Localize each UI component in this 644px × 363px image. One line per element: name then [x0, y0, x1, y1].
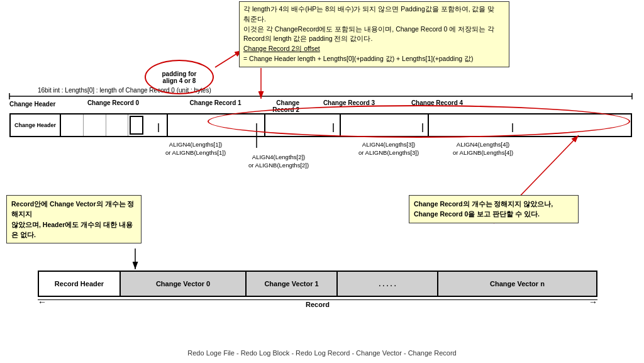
record-area: Record Header Change Vector 0 Change Vec…: [38, 271, 597, 308]
cr0-cell1: [61, 114, 84, 136]
svg-line-0: [215, 50, 242, 67]
top-note-formula: = Change Header length + Lengths[0](+pad…: [243, 55, 474, 62]
record-label: Record: [38, 301, 597, 308]
align-labels-area: ALIGN4(Lengths[1])or ALIGNB(Lengths[1]) …: [9, 137, 632, 181]
cr0-special-cell: [130, 116, 143, 135]
cv-dots-cell: . . . . .: [338, 272, 438, 296]
top-note-line2: 춰준다.: [243, 15, 266, 23]
top-annotation-box: 각 length가 4의 배수(HP는 8의 배수)가 되지 않으면 Paddi…: [239, 1, 509, 67]
padding-circle: padding foralign 4 or 8: [145, 60, 214, 94]
right-note-box: Change Record의 개수는 정해지지 않았으나,Change Reco…: [409, 195, 579, 223]
top-note-line3: 이것은 각 ChangeRecord에도 포함되는 내용이며, Change R…: [243, 25, 494, 33]
record-header-cell: Record Header: [39, 272, 121, 296]
record-bracket-line: ← ←: [38, 299, 597, 300]
top-note-line1: 각 length가 4의 배수(HP는 8의 배수)가 되지 않으면 Paddi…: [243, 5, 494, 13]
change-header-cell: Change Header: [11, 114, 61, 136]
cr0-cell4: [145, 114, 167, 136]
left-note-box: Record안에 Change Vector의 개수는 정해지지않았으며, He…: [6, 195, 142, 243]
padding-circle-text: padding foralign 4 or 8: [162, 70, 197, 84]
cr0-cell3: [106, 114, 129, 136]
breadcrumb: Redo Loge File - Redo Log Block - Redo L…: [0, 349, 644, 357]
align-label-4: ALIGN4(Lengths[4])or ALIGNB(Lengths[4]): [453, 140, 513, 157]
cv0-cell: Change Vector 0: [121, 272, 247, 296]
top-note-underline: Change Record 2의 offset: [243, 45, 320, 52]
left-note-text: Record안에 Change Vector의 개수는 정해지지않았으며, He…: [11, 200, 134, 238]
record-bar: Record Header Change Vector 0 Change Vec…: [38, 271, 597, 297]
cr0-cells: [61, 114, 168, 136]
main-container: 각 length가 4의 배수(HP는 8의 배수)가 되지 않으면 Paddi…: [0, 0, 644, 363]
align-label-2: ALIGN4(Lengths[2])or ALIGNB(Lengths[2]): [248, 153, 309, 170]
top-note-line4: Record의 length 값은 padding 전의 값이다.: [243, 35, 372, 42]
cr0-cell2: [84, 114, 106, 136]
cv1-cell: Change Vector 1: [247, 272, 338, 296]
align-label-3: ALIGN4(Lengths[3])or ALIGNB(Lengths[3]): [358, 140, 419, 157]
align-label-1: ALIGN4(Lengths[1])or ALIGNB(Lengths[1]): [165, 140, 226, 157]
cr-oval-overlay: [208, 105, 630, 138]
cr0-label: Change Record 0: [60, 99, 167, 113]
right-note-text: Change Record의 개수는 정해지지 않았으나,Change Reco…: [414, 200, 553, 218]
record-label-row: ← ←: [38, 299, 597, 300]
cvn-cell: Change Vector n: [438, 272, 596, 296]
